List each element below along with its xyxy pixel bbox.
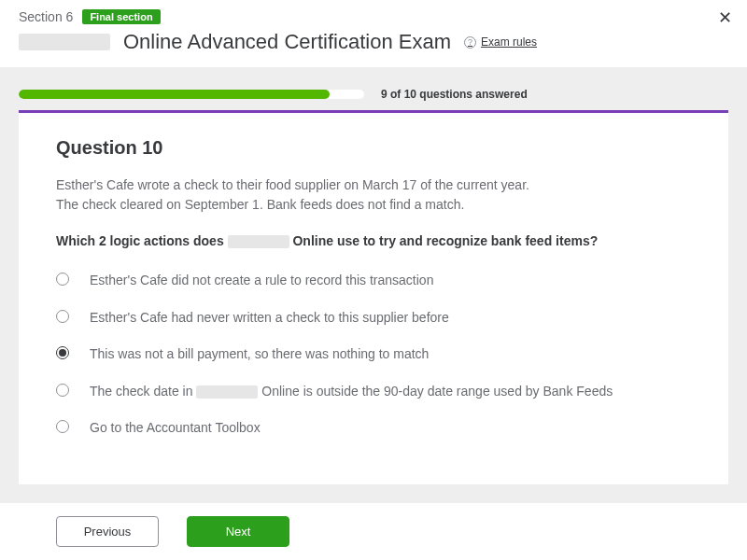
redacted-brand-inline bbox=[228, 235, 289, 248]
answer-option[interactable]: Esther's Cafe did not create a rule to r… bbox=[56, 272, 691, 290]
answer-option[interactable]: This was not a bill payment, so there wa… bbox=[56, 345, 691, 364]
radio-icon bbox=[56, 273, 69, 286]
redacted-brand bbox=[19, 34, 110, 50]
next-button[interactable]: Next bbox=[187, 516, 289, 547]
context-line-2: The check cleared on September 1. Bank f… bbox=[56, 197, 464, 212]
final-section-badge: Final section bbox=[82, 9, 160, 24]
question-prompt: Which 2 logic actions does Online use to… bbox=[56, 231, 691, 251]
exam-title: Online Advanced Certification Exam bbox=[123, 30, 451, 54]
prompt-prefix: Which 2 logic actions does bbox=[56, 233, 228, 248]
question-title: Question 10 bbox=[56, 137, 691, 159]
footer-nav: Previous Next bbox=[0, 503, 747, 560]
option-text: Go to the Accountant Toolbox bbox=[90, 419, 261, 438]
previous-button[interactable]: Previous bbox=[56, 516, 159, 547]
radio-icon bbox=[56, 420, 69, 433]
option-text: This was not a bill payment, so there wa… bbox=[90, 345, 429, 364]
progress-fill bbox=[19, 90, 330, 99]
exam-rules-text: Exam rules bbox=[481, 35, 537, 49]
radio-icon bbox=[56, 310, 69, 323]
help-icon: ? bbox=[464, 36, 476, 49]
answer-option[interactable]: Esther's Cafe had never written a check … bbox=[56, 309, 691, 328]
exam-header: Section 6 Final section Online Advanced … bbox=[0, 0, 747, 67]
redacted-brand-inline bbox=[196, 385, 258, 399]
close-icon[interactable]: ✕ bbox=[718, 9, 732, 26]
answer-option[interactable]: The check date in Online is outside the … bbox=[56, 383, 691, 401]
progress-text: 9 of 10 questions answered bbox=[381, 88, 528, 101]
option-text-suffix: Online is outside the 90-day date range … bbox=[258, 384, 613, 399]
section-label: Section 6 bbox=[19, 9, 73, 24]
radio-icon bbox=[56, 384, 69, 397]
answer-option[interactable]: Go to the Accountant Toolbox bbox=[56, 419, 691, 438]
option-text: Esther's Cafe had never written a check … bbox=[90, 309, 449, 328]
question-context: Esther's Cafe wrote a check to their foo… bbox=[56, 175, 691, 215]
exam-rules-link[interactable]: ? Exam rules bbox=[464, 35, 537, 49]
prompt-suffix: Online use to try and recognize bank fee… bbox=[289, 233, 599, 248]
option-text: Esther's Cafe did not create a rule to r… bbox=[90, 272, 433, 290]
option-text: The check date in Online is outside the … bbox=[90, 383, 613, 401]
question-card: Question 10 Esther's Cafe wrote a check … bbox=[19, 110, 728, 484]
option-text-prefix: The check date in bbox=[90, 384, 196, 399]
progress-track bbox=[19, 90, 364, 99]
context-line-1: Esther's Cafe wrote a check to their foo… bbox=[56, 177, 529, 192]
progress-bar-section: 9 of 10 questions answered bbox=[0, 67, 747, 110]
radio-icon bbox=[56, 346, 69, 359]
